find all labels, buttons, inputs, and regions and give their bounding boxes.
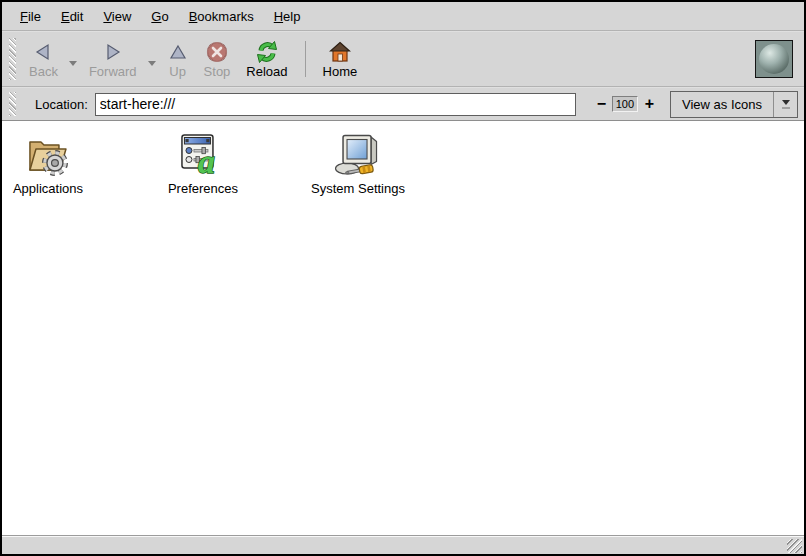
home-button-label: Home	[323, 65, 358, 78]
forward-button-label: Forward	[89, 65, 137, 78]
stop-button-label: Stop	[204, 65, 231, 78]
zoom-in-button[interactable]: +	[641, 96, 658, 112]
menu-file[interactable]: File	[10, 5, 51, 28]
up-arrow-icon	[168, 39, 188, 64]
menu-go-mnemonic: G	[151, 9, 161, 24]
menu-view-mnemonic: V	[103, 9, 111, 24]
icon-item-preferences[interactable]: a Preferences	[168, 130, 238, 196]
menu-file-rest: ile	[28, 9, 41, 24]
menu-go[interactable]: Go	[141, 5, 178, 28]
icon-label-applications: Applications	[13, 181, 83, 196]
up-button[interactable]: Up	[160, 35, 196, 83]
menu-bookmarks[interactable]: Bookmarks	[179, 5, 264, 28]
menu-bookmarks-rest: ookmarks	[197, 9, 253, 24]
preferences-dialog-icon: a	[179, 130, 227, 178]
up-button-label: Up	[169, 65, 186, 78]
location-input[interactable]	[95, 93, 576, 116]
zoom-out-button[interactable]: −	[593, 96, 610, 112]
throbber-sphere-icon	[759, 44, 789, 74]
throbber-button[interactable]	[755, 40, 793, 78]
reload-icon	[255, 39, 279, 64]
locationbar-drag-handle[interactable]	[9, 92, 16, 116]
menu-edit[interactable]: Edit	[51, 5, 93, 28]
menu-file-mnemonic: F	[20, 9, 28, 24]
toolbar-separator	[305, 41, 306, 77]
chevron-down-icon	[69, 61, 77, 66]
menu-go-rest: o	[161, 9, 168, 24]
back-button[interactable]: Back	[21, 35, 66, 83]
stop-icon	[206, 39, 228, 64]
icon-label-system-settings: System Settings	[311, 181, 405, 196]
toolbar-drag-handle[interactable]	[9, 38, 16, 80]
back-button-label: Back	[29, 65, 58, 78]
menu-help-mnemonic: H	[274, 9, 283, 24]
chevron-down-icon	[148, 61, 156, 66]
location-label: Location:	[35, 97, 88, 112]
resize-grip[interactable]	[787, 539, 802, 553]
menu-edit-mnemonic: E	[61, 9, 70, 24]
applications-folder-gear-icon	[24, 130, 72, 178]
stop-button[interactable]: Stop	[196, 35, 239, 83]
nautilus-window: File Edit View Go Bookmarks Help Back Fo…	[0, 0, 806, 556]
view-as-label: View as Icons	[671, 92, 773, 117]
dropdown-indicator-icon	[774, 92, 797, 117]
menu-view[interactable]: View	[93, 5, 141, 28]
menu-help[interactable]: Help	[264, 5, 311, 28]
forward-button[interactable]: Forward	[81, 35, 145, 83]
location-bar: Location: − 100 + View as Icons	[2, 88, 804, 120]
menu-bar: File Edit View Go Bookmarks Help	[2, 2, 804, 30]
back-history-dropdown[interactable]	[66, 35, 81, 83]
menu-edit-rest: dit	[70, 9, 84, 24]
menu-view-rest: iew	[112, 9, 132, 24]
forward-arrow-icon	[103, 39, 123, 64]
view-as-dropdown[interactable]: View as Icons	[670, 91, 798, 118]
forward-history-dropdown[interactable]	[145, 35, 160, 83]
icon-view-pane[interactable]: Applications	[2, 120, 804, 536]
home-button[interactable]: Home	[315, 35, 366, 83]
back-arrow-icon	[33, 39, 53, 64]
status-bar	[2, 536, 804, 554]
reload-button[interactable]: Reload	[238, 35, 295, 83]
reload-button-label: Reload	[246, 65, 287, 78]
icon-item-system-settings[interactable]: System Settings	[311, 130, 405, 196]
toolbar: Back Forward Up	[2, 32, 804, 86]
icon-item-applications[interactable]: Applications	[13, 130, 83, 196]
icon-label-preferences: Preferences	[168, 181, 238, 196]
home-icon	[329, 39, 351, 64]
system-settings-monitor-screwdriver-icon	[334, 130, 382, 178]
svg-text:a: a	[198, 143, 215, 178]
zoom-level-indicator[interactable]: 100	[612, 96, 638, 112]
menu-help-rest: elp	[283, 9, 300, 24]
